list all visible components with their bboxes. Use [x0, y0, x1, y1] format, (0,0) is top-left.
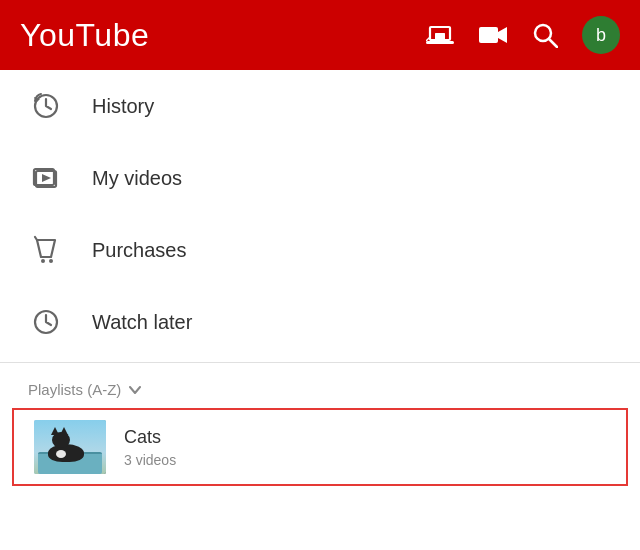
- playlists-header[interactable]: Playlists (A-Z): [0, 367, 640, 408]
- svg-marker-12: [42, 174, 51, 182]
- playlists-header-label: Playlists (A-Z): [28, 381, 121, 398]
- search-icon[interactable]: [532, 22, 558, 48]
- watch-later-icon: [28, 304, 64, 340]
- menu-item-my-videos[interactable]: My videos: [0, 142, 640, 214]
- purchases-icon: [28, 232, 64, 268]
- playlist-count: 3 videos: [124, 452, 176, 468]
- history-icon: [28, 88, 64, 124]
- svg-rect-2: [435, 33, 445, 40]
- chevron-down-icon: [129, 382, 141, 397]
- header-actions: b: [426, 16, 620, 54]
- playlist-thumbnail: [34, 420, 106, 474]
- section-divider: [0, 362, 640, 363]
- menu-item-purchases[interactable]: Purchases: [0, 214, 640, 286]
- svg-line-7: [549, 39, 557, 47]
- app-header: YouTube b: [0, 0, 640, 70]
- watch-later-label: Watch later: [92, 311, 192, 334]
- menu-item-history[interactable]: History: [0, 70, 640, 142]
- menu-item-watch-later[interactable]: Watch later: [0, 286, 640, 358]
- camera-icon[interactable]: [478, 24, 508, 46]
- svg-rect-1: [426, 41, 454, 44]
- svg-point-14: [49, 259, 53, 263]
- playlist-info: Cats 3 videos: [124, 427, 176, 468]
- my-videos-icon: [28, 160, 64, 196]
- user-avatar[interactable]: b: [582, 16, 620, 54]
- svg-rect-4: [479, 27, 498, 43]
- playlist-name: Cats: [124, 427, 176, 448]
- main-menu: History My videos Purchases: [0, 70, 640, 358]
- cast-icon[interactable]: [426, 24, 454, 46]
- my-videos-label: My videos: [92, 167, 182, 190]
- app-title: YouTube: [20, 17, 149, 54]
- playlist-item-cats[interactable]: Cats 3 videos: [12, 408, 628, 486]
- history-label: History: [92, 95, 154, 118]
- svg-marker-5: [498, 27, 507, 43]
- svg-point-13: [41, 259, 45, 263]
- purchases-label: Purchases: [92, 239, 187, 262]
